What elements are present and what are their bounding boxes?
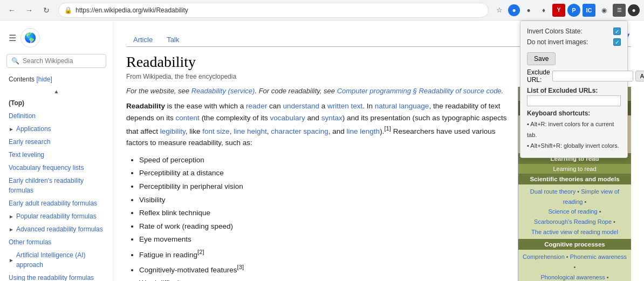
toc-item-early-children[interactable]: Early children's readability formulas	[0, 174, 113, 197]
toc-hide-button[interactable]: [hide]	[36, 76, 52, 83]
list-item: Eye movements	[139, 234, 509, 245]
profile-icon[interactable]: ●	[508, 4, 520, 16]
exclude-url-label: Exclude URL:	[527, 68, 550, 84]
vocabulary-link[interactable]: vocabulary	[270, 114, 305, 122]
add-current-page-button[interactable]: Add Current Page	[635, 71, 644, 81]
invert-colors-label: Invert Colors State:	[527, 28, 583, 35]
toc-item-top[interactable]: (Top)	[0, 97, 113, 109]
active-view-link[interactable]: The active view of reading model	[531, 229, 618, 235]
extension-popup: Invert Colors State: ✓ Do not invert ima…	[520, 20, 628, 158]
list-item: Perceptibility in peripheral vision	[139, 181, 509, 193]
phonemic-link[interactable]: Phonemic awareness	[570, 253, 627, 260]
line-length-link[interactable]: line length	[347, 127, 380, 135]
char-spacing-link[interactable]: character spacing	[271, 127, 328, 135]
do-not-invert-checkbox[interactable]: ✓	[613, 38, 621, 46]
wiki-logo[interactable]: 🌎	[20, 28, 40, 47]
list-item: Word difficulty	[139, 277, 509, 281]
ext3-icon[interactable]: Y	[552, 4, 565, 17]
understand-link[interactable]: understand	[283, 102, 319, 110]
toolbar-icons: ☆ ● ● ♦ Y P IC ◉ ☰ ●	[493, 4, 640, 17]
sidebar: ☰ 🌎 🔍 Contents [hide] ▲ (Top) Definition…	[0, 20, 113, 281]
save-button[interactable]: Save	[527, 52, 556, 65]
address-bar[interactable]: 🔒 https://en.wikipedia.org/wiki/Readabil…	[58, 3, 489, 18]
toc-item-early-research[interactable]: Early research	[0, 135, 113, 148]
ext1-icon[interactable]: ●	[522, 4, 535, 17]
bookmark-icon[interactable]: ☆	[493, 4, 506, 17]
factors-list: Speed of perception Perceptibility at a …	[139, 154, 509, 281]
shortcut1: • Alt+R: invert colors for a current tab…	[527, 119, 621, 141]
code-link[interactable]: Computer programming § Readability of so…	[337, 87, 502, 95]
back-button[interactable]: ←	[4, 3, 19, 18]
list-item: Rate of work (reading speed)	[139, 221, 509, 232]
save-button-row: Save	[527, 49, 621, 68]
toc-item-popular[interactable]: ► Popular readability formulas	[0, 210, 113, 223]
readability-link[interactable]: Readability (service)	[191, 87, 255, 95]
panel-section3[interactable]: Cognitive processes	[518, 239, 631, 250]
shortcuts-list: • Alt+R: invert colors for a current tab…	[527, 119, 621, 151]
natural-language-link[interactable]: natural language	[375, 102, 429, 110]
toc-arrow-advanced: ►	[9, 225, 14, 234]
search-icon: 🔍	[11, 57, 19, 65]
search-input[interactable]	[23, 57, 101, 65]
toc-item-other[interactable]: Other formulas	[0, 236, 113, 249]
comprehension-link[interactable]: Comprehension	[523, 253, 565, 260]
ext5-icon[interactable]: IC	[583, 4, 595, 17]
ext4-icon[interactable]: P	[567, 4, 580, 17]
forward-button[interactable]: →	[22, 3, 37, 18]
sidebar-header: ☰ 🌎	[0, 26, 113, 50]
toc-title: Contents [hide]	[0, 72, 113, 86]
toc-item-definition[interactable]: Definition	[0, 109, 113, 122]
font-size-link[interactable]: font size	[202, 127, 229, 135]
menu-icon[interactable]: ☰	[9, 33, 16, 43]
invert-colors-checkbox[interactable]: ✓	[613, 28, 621, 35]
excluded-urls-label: List of Excluded URLs:	[527, 87, 621, 94]
panel-section2[interactable]: Scientific theories and models	[518, 174, 631, 184]
phonological-link[interactable]: Phonological awareness	[540, 274, 605, 280]
ext2-icon[interactable]: ♦	[537, 4, 550, 17]
list-item: Visibility	[139, 194, 509, 206]
content-link[interactable]: content	[176, 114, 200, 122]
reader-link[interactable]: reader	[246, 102, 267, 110]
search-bar[interactable]: 🔍	[6, 54, 106, 68]
toc-item-early-adult[interactable]: Early adult readability formulas	[0, 197, 113, 210]
toc-arrow-ai: ►	[9, 256, 14, 264]
shortcut2: • Alt+Shift+R: globally invert colors.	[527, 141, 621, 152]
toc-item-advanced[interactable]: ► Advanced readability formulas	[0, 223, 113, 236]
toc-arrow-popular: ►	[9, 213, 14, 221]
legibility-link[interactable]: legibility	[160, 127, 186, 135]
ext6-icon[interactable]: ◉	[598, 4, 611, 17]
article-text: For the website, see Readability (servic…	[126, 87, 509, 281]
lock-icon: 🔒	[64, 6, 72, 14]
tab-talk[interactable]: Talk	[160, 32, 186, 47]
toc-item-using[interactable]: Using the readability formulas	[0, 271, 113, 281]
list-item: Perceptibility at a distance	[139, 167, 509, 179]
list-item: Speed of perception	[139, 154, 509, 166]
syntax-link[interactable]: syntax	[321, 114, 342, 122]
tab-article[interactable]: Article	[126, 32, 160, 47]
toc-item-text-leveling[interactable]: Text leveling	[0, 148, 113, 161]
list-item: Cognitively-motivated features[3]	[139, 262, 509, 276]
scroll-up-button[interactable]: ▲	[54, 88, 59, 94]
dual-route-link[interactable]: Dual route theory	[530, 188, 576, 195]
written-text-link[interactable]: written text	[327, 102, 362, 110]
toc-item-ai[interactable]: ► Artificial Intelligence (AI) approach	[0, 249, 113, 271]
toc-item-vocab-freq[interactable]: Vocabulary frequency lists	[0, 161, 113, 174]
browser-toolbar: ← → ↻ 🔒 https://en.wikipedia.org/wiki/Re…	[0, 0, 644, 20]
panel-section3-links: Comprehension • Phonemic awareness • Pho…	[518, 250, 631, 281]
exclude-url-input[interactable]	[552, 71, 633, 81]
list-item: Reflex blink technique	[139, 207, 509, 219]
panel-section2-links: Dual route theory • Simple view of readi…	[518, 184, 631, 239]
invert-colors-row: Invert Colors State: ✓	[527, 28, 621, 35]
ext7-icon[interactable]: ☰	[613, 4, 626, 17]
url-text: https://en.wikipedia.org/wiki/Readabilit…	[76, 6, 188, 14]
profile-avatar[interactable]: ●	[628, 4, 640, 16]
nav-buttons: ← → ↻	[4, 3, 54, 18]
scarborough-link[interactable]: Scarborough's Reading Rope	[534, 218, 612, 225]
panel-section1-link[interactable]: Learning to read	[518, 164, 631, 174]
reload-button[interactable]: ↻	[39, 3, 54, 18]
science-reading-link[interactable]: Science of reading	[548, 208, 597, 215]
list-item: Fatigue in reading[2]	[139, 247, 509, 261]
line-height-link[interactable]: line height	[234, 127, 267, 135]
toc-item-applications[interactable]: ► Applications	[0, 122, 113, 135]
do-not-invert-row: Do not invert images: ✓	[527, 38, 621, 46]
